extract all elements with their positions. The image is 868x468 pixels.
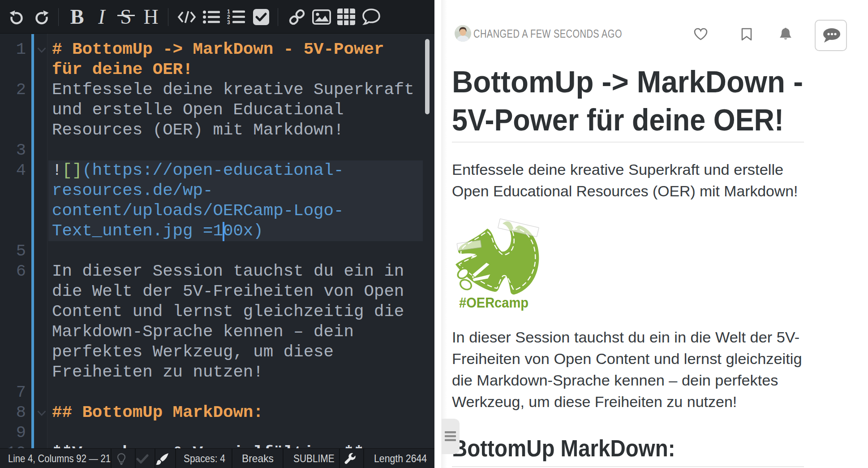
svg-text:3: 3 — [227, 19, 230, 25]
svg-text:#OERcamp: #OERcamp — [459, 295, 529, 311]
